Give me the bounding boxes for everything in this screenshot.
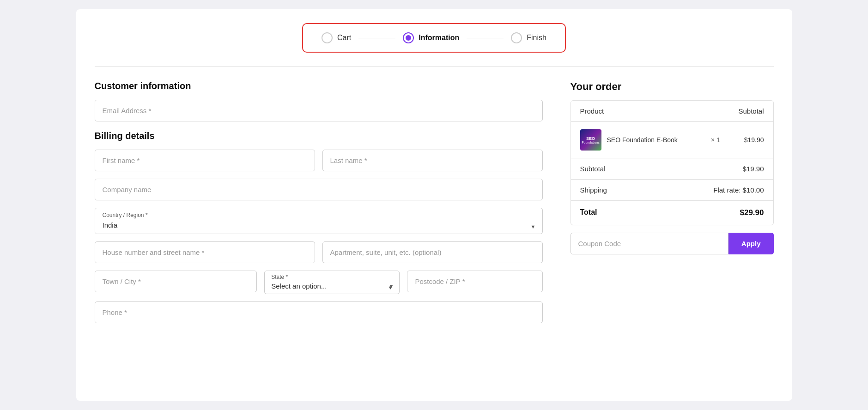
billing-title: Billing details (95, 131, 543, 141)
shipping-label: Shipping (580, 186, 607, 194)
order-subtotal-row: Subtotal $19.90 (571, 158, 773, 180)
town-wrapper (95, 271, 257, 294)
zip-input[interactable] (407, 271, 542, 292)
divider (95, 66, 774, 67)
step-connector-2 (467, 38, 504, 38)
country-select-wrapper: India United States United Kingdom (95, 219, 542, 234)
shipping-value: Flat rate: $10.00 (713, 186, 764, 194)
order-total-row: Total $29.90 (571, 201, 773, 225)
product-name: SEO Foundation E-Book (607, 136, 678, 144)
company-group (95, 179, 543, 200)
step-label-cart: Cart (337, 34, 351, 42)
company-input[interactable] (95, 179, 543, 200)
phone-input[interactable] (95, 301, 543, 323)
apply-button[interactable]: Apply (728, 233, 774, 254)
town-input[interactable] (95, 271, 257, 292)
progress-bar-container: Cart Information Finish (95, 23, 774, 53)
name-row (95, 150, 543, 171)
page-wrapper: Cart Information Finish Customer informa… (76, 9, 792, 401)
last-name-input[interactable] (322, 150, 543, 171)
left-column: Customer information Billing details Cou… (95, 81, 543, 331)
total-label: Total (580, 208, 597, 217)
subtotal-label: Subtotal (580, 165, 606, 173)
step-label-information: Information (419, 34, 459, 42)
subtotal-value: $19.90 (743, 165, 764, 173)
step-label-finish: Finish (527, 34, 546, 42)
product-thumbnail: SEO Foundations (580, 129, 601, 151)
order-header: Product Subtotal (571, 101, 773, 122)
country-select[interactable]: India United States United Kingdom (95, 219, 542, 234)
step-circle-finish (511, 32, 522, 43)
step-finish[interactable]: Finish (511, 32, 546, 43)
zip-wrapper (407, 271, 542, 294)
state-label: State * (265, 271, 399, 281)
step-information[interactable]: Information (403, 32, 459, 43)
step-circle-information (403, 32, 414, 43)
order-card: Product Subtotal SEO Foundations SEO Fou… (571, 100, 774, 225)
coupon-input[interactable] (571, 233, 728, 254)
country-label: Country / Region * (95, 208, 542, 219)
product-qty: × 1 (711, 136, 720, 144)
total-value: $29.90 (740, 208, 764, 217)
country-group: Country / Region * India United States U… (95, 208, 543, 234)
street-row (95, 241, 543, 263)
email-group (95, 100, 543, 121)
product-price: $19.90 (744, 136, 764, 144)
step-connector-1 (358, 38, 395, 38)
order-shipping-row: Shipping Flat rate: $10.00 (571, 180, 773, 201)
product-info: SEO Foundations SEO Foundation E-Book (580, 129, 678, 151)
phone-group (95, 301, 543, 323)
step-cart[interactable]: Cart (322, 32, 351, 43)
product-col-label: Product (580, 107, 604, 115)
first-name-input[interactable] (95, 150, 315, 171)
main-layout: Customer information Billing details Cou… (95, 81, 774, 331)
street-input[interactable] (95, 241, 315, 263)
apartment-input[interactable] (322, 241, 543, 263)
step-circle-cart (322, 32, 333, 43)
coupon-row: Apply (571, 233, 774, 254)
email-input[interactable] (95, 100, 543, 121)
state-select[interactable]: Select an option... Maharashtra Delhi (265, 281, 399, 294)
right-column: Your order Product Subtotal SEO Foundati… (571, 81, 774, 331)
your-order-title: Your order (571, 81, 774, 93)
progress-bar: Cart Information Finish (302, 23, 566, 53)
state-select-wrapper: Select an option... Maharashtra Delhi ▼ (265, 281, 399, 294)
state-wrapper: State * Select an option... Maharashtra … (264, 271, 400, 294)
subtotal-col-label: Subtotal (738, 107, 764, 115)
customer-info-title: Customer information (95, 81, 543, 91)
city-state-row: State * Select an option... Maharashtra … (95, 271, 543, 294)
order-product-row: SEO Foundations SEO Foundation E-Book × … (571, 122, 773, 158)
